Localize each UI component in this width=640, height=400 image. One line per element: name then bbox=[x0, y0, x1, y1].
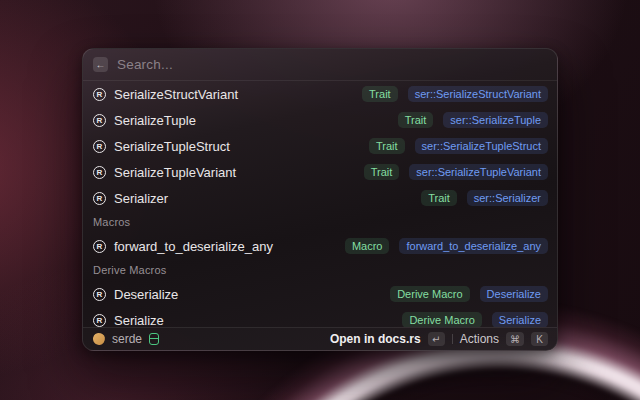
path-badge: Deserialize bbox=[480, 286, 548, 302]
result-row[interactable]: R SerializeStructVariant Trait ser::Seri… bbox=[83, 81, 557, 107]
rust-logo-icon: R bbox=[93, 166, 106, 179]
type-badge: Trait bbox=[364, 164, 400, 180]
type-badge: Derive Macro bbox=[390, 286, 469, 302]
result-row[interactable]: R SerializeTupleVariant Trait ser::Seria… bbox=[83, 159, 557, 185]
primary-action-label: Open in docs.rs bbox=[330, 332, 421, 346]
command-key-hint: ⌘ bbox=[506, 332, 524, 346]
result-row[interactable]: R SerializeTuple Trait ser::SerializeTup… bbox=[83, 107, 557, 133]
rust-extension-icon bbox=[92, 332, 106, 346]
result-row[interactable]: R SerializeTupleStruct Trait ser::Serial… bbox=[83, 133, 557, 159]
archive-box-icon bbox=[149, 333, 159, 345]
type-badge: Trait bbox=[398, 112, 434, 128]
results-list: R SerializeStructVariant Trait ser::Seri… bbox=[83, 81, 557, 327]
result-label: forward_to_deserialize_any bbox=[114, 239, 273, 254]
rust-logo-icon: R bbox=[93, 88, 106, 101]
result-label: Serialize bbox=[114, 313, 164, 328]
rust-logo-icon: R bbox=[93, 114, 106, 127]
search-input[interactable]: Search... bbox=[117, 57, 173, 72]
path-badge: ser::SerializeTupleStruct bbox=[415, 138, 548, 154]
search-bar: ← Search... bbox=[83, 49, 557, 81]
rust-logo-icon: R bbox=[93, 140, 106, 153]
result-badges: Trait ser::SerializeTuple bbox=[398, 112, 548, 128]
result-label: SerializeTuple bbox=[114, 113, 196, 128]
rust-logo-icon: R bbox=[93, 288, 106, 301]
section-header: Macros bbox=[83, 211, 557, 233]
back-button[interactable]: ← bbox=[93, 57, 108, 72]
path-badge: Serialize bbox=[492, 312, 548, 327]
result-badges: Macro forward_to_deserialize_any bbox=[345, 238, 548, 254]
type-badge: Trait bbox=[421, 190, 457, 206]
rust-logo-icon: R bbox=[93, 192, 106, 205]
result-label: SerializeTupleVariant bbox=[114, 165, 236, 180]
result-row[interactable]: R Serializer Trait ser::Serializer bbox=[83, 185, 557, 211]
result-row[interactable]: R Deserialize Derive Macro Deserialize bbox=[83, 281, 557, 307]
result-label: SerializeStructVariant bbox=[114, 87, 238, 102]
result-row[interactable]: R forward_to_deserialize_any Macro forwa… bbox=[83, 233, 557, 259]
type-badge: Trait bbox=[369, 138, 405, 154]
path-badge: ser::SerializeTupleVariant bbox=[409, 164, 548, 180]
result-badges: Derive Macro Deserialize bbox=[390, 286, 548, 302]
statusbar-divider bbox=[452, 334, 453, 344]
type-badge: Derive Macro bbox=[402, 312, 481, 327]
actions-label: Actions bbox=[460, 332, 499, 346]
k-key-hint: K bbox=[531, 332, 548, 346]
result-row[interactable]: R Serialize Derive Macro Serialize bbox=[83, 307, 557, 327]
result-label: Serializer bbox=[114, 191, 168, 206]
type-badge: Macro bbox=[345, 238, 390, 254]
path-badge: ser::SerializeTuple bbox=[443, 112, 548, 128]
return-key-hint: ↵ bbox=[428, 332, 445, 346]
section-header: Derive Macros bbox=[83, 259, 557, 281]
open-in-docsrs-action[interactable]: Open in docs.rs ↵ bbox=[330, 332, 445, 346]
type-badge: Trait bbox=[362, 86, 398, 102]
rust-logo-icon: R bbox=[93, 240, 106, 253]
crate-name: serde bbox=[112, 332, 142, 346]
result-badges: Derive Macro Serialize bbox=[402, 312, 548, 327]
result-label: SerializeTupleStruct bbox=[114, 139, 230, 154]
result-badges: Trait ser::SerializeStructVariant bbox=[362, 86, 548, 102]
path-badge: ser::Serializer bbox=[467, 190, 548, 206]
search-palette: ← Search... R SerializeStructVariant Tra… bbox=[82, 48, 558, 351]
actions-menu-button[interactable]: Actions ⌘ K bbox=[460, 332, 548, 346]
result-badges: Trait ser::SerializeTupleStruct bbox=[369, 138, 548, 154]
result-label: Deserialize bbox=[114, 287, 178, 302]
path-badge: forward_to_deserialize_any bbox=[399, 238, 548, 254]
path-badge: ser::SerializeStructVariant bbox=[408, 86, 548, 102]
rust-logo-icon: R bbox=[93, 314, 106, 327]
status-bar: serde Open in docs.rs ↵ Actions ⌘ K bbox=[83, 327, 557, 350]
result-badges: Trait ser::SerializeTupleVariant bbox=[364, 164, 548, 180]
result-badges: Trait ser::Serializer bbox=[421, 190, 548, 206]
